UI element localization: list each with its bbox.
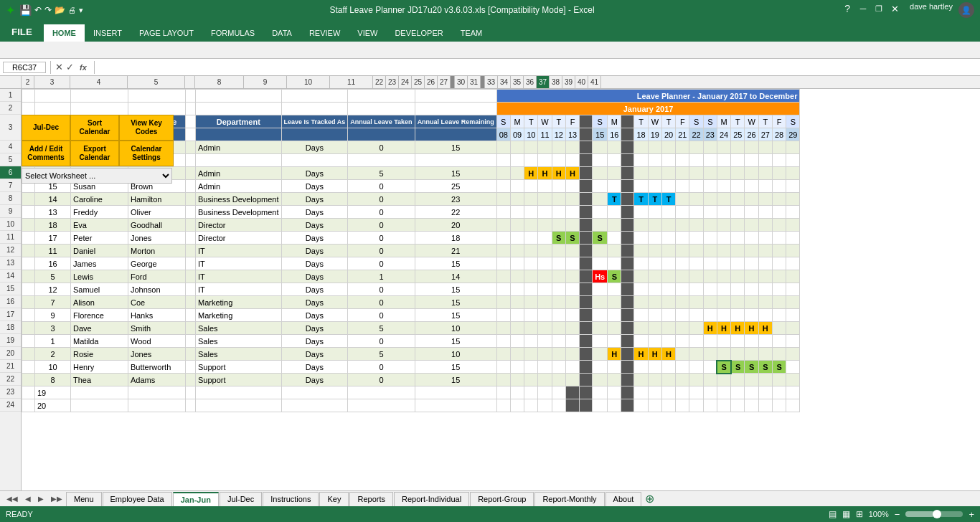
- row-header-16[interactable]: 16: [0, 295, 21, 308]
- row-header-7[interactable]: 7: [0, 179, 21, 192]
- customize-icon[interactable]: ▾: [79, 6, 83, 15]
- sheet-tab-report-monthly[interactable]: Report-Monthly: [534, 492, 604, 506]
- row-header-17[interactable]: 17: [0, 308, 21, 321]
- row-header-13[interactable]: 13: [0, 257, 21, 270]
- col-header-9[interactable]: 9: [244, 76, 287, 88]
- add-sheet-button[interactable]: ⊕: [645, 492, 654, 506]
- view-pagebreak-icon[interactable]: ⊞: [856, 509, 863, 519]
- col-header-38[interactable]: 38: [550, 76, 562, 88]
- view-layout-icon[interactable]: ▦: [842, 509, 850, 519]
- sheet-tab-jul-dec[interactable]: Jul-Dec: [220, 492, 262, 506]
- cancel-formula-icon[interactable]: ✕: [55, 62, 63, 72]
- col-header-8[interactable]: 8: [195, 76, 244, 88]
- tab-nav-right[interactable]: ▶▶: [47, 493, 66, 504]
- sheet-tab-about[interactable]: About: [606, 492, 642, 506]
- user-avatar[interactable]: 👤: [958, 2, 974, 18]
- row-header-24[interactable]: 24: [0, 399, 21, 412]
- col-header-39[interactable]: 39: [562, 76, 575, 88]
- col-header-11[interactable]: 11: [330, 76, 373, 88]
- tab-developer[interactable]: DEVELOPER: [386, 24, 451, 42]
- col-header-10[interactable]: 10: [287, 76, 330, 88]
- row-header-12[interactable]: 12: [0, 244, 21, 257]
- row-header-20[interactable]: 20: [0, 347, 21, 360]
- row-header-8[interactable]: 8: [0, 192, 21, 205]
- col-header-37[interactable]: 37: [537, 76, 550, 88]
- sheet-tab-report-individual[interactable]: Report-Individual: [394, 492, 469, 506]
- row-header-9[interactable]: 9: [0, 205, 21, 218]
- sort-calendar-button[interactable]: SortCalendar: [70, 115, 119, 141]
- row-header-11[interactable]: 11: [0, 231, 21, 244]
- row-header-22[interactable]: 22: [0, 373, 21, 386]
- formula-input[interactable]: [99, 62, 977, 72]
- col-header-40[interactable]: 40: [575, 76, 588, 88]
- zoom-in-icon[interactable]: +: [969, 509, 974, 520]
- row-header-10[interactable]: 10: [0, 218, 21, 231]
- zoom-slider[interactable]: [905, 511, 963, 517]
- view-normal-icon[interactable]: ▤: [829, 509, 837, 519]
- sheet-tab-jan-jun[interactable]: Jan-Jun: [173, 492, 219, 506]
- row-header-6[interactable]: 6: [0, 166, 21, 179]
- tab-review[interactable]: REVIEW: [301, 24, 349, 42]
- col-header-22[interactable]: 22: [373, 76, 386, 88]
- tab-home[interactable]: HOME: [44, 24, 85, 42]
- col-header-r[interactable]: [185, 76, 195, 88]
- sheet-tab-reports[interactable]: Reports: [349, 492, 393, 506]
- row-header-18[interactable]: 18: [0, 321, 21, 334]
- col-header-3[interactable]: 3: [34, 76, 70, 88]
- tab-formulas[interactable]: FORMULAS: [202, 24, 263, 42]
- sheet-tab-employee-data[interactable]: Employee Data: [103, 492, 172, 506]
- col-header-31[interactable]: 31: [468, 76, 481, 88]
- sheet-tab-menu[interactable]: Menu: [66, 492, 102, 506]
- row-header-2[interactable]: 2: [0, 102, 21, 115]
- export-calendar-button[interactable]: ExportCalendar: [70, 141, 119, 166]
- tab-nav-left[interactable]: ◀◀: [3, 493, 22, 504]
- col-header-23[interactable]: 23: [386, 76, 399, 88]
- col-header-4[interactable]: 4: [70, 76, 128, 88]
- tab-insert[interactable]: INSERT: [85, 24, 131, 42]
- close-button[interactable]: ✕: [888, 2, 901, 15]
- leave-cell-selected[interactable]: S: [717, 361, 730, 374]
- zoom-out-icon[interactable]: −: [895, 509, 900, 520]
- col-header-33[interactable]: 33: [485, 76, 498, 88]
- cell-reference[interactable]: [3, 62, 46, 73]
- tab-team[interactable]: TEAM: [452, 24, 491, 42]
- col-header-24[interactable]: 24: [399, 76, 412, 88]
- save-icon[interactable]: 💾: [19, 4, 32, 16]
- row-header-5[interactable]: 5: [0, 153, 21, 166]
- sheet-tab-report-group[interactable]: Report-Group: [470, 492, 534, 506]
- jul-dec-button[interactable]: Jul-Dec: [22, 115, 70, 141]
- col-header-35[interactable]: 35: [511, 76, 524, 88]
- row-header-4[interactable]: 4: [0, 141, 21, 153]
- row-header-23[interactable]: 23: [0, 386, 21, 399]
- row-header-15[interactable]: 15: [0, 283, 21, 295]
- col-header-41[interactable]: 41: [588, 76, 601, 88]
- row-header-19[interactable]: 19: [0, 334, 21, 347]
- open-icon[interactable]: 📂: [55, 5, 65, 15]
- calendar-settings-button[interactable]: CalendarSettings: [119, 141, 174, 166]
- row-header-1[interactable]: 1: [0, 89, 21, 102]
- tab-nav-next[interactable]: ▶: [34, 493, 47, 504]
- col-header-25[interactable]: 25: [412, 76, 425, 88]
- file-tab[interactable]: FILE: [0, 22, 44, 42]
- redo-icon[interactable]: ↷: [44, 5, 52, 15]
- tab-page-layout[interactable]: PAGE LAYOUT: [131, 24, 202, 42]
- col-header-27[interactable]: 27: [438, 76, 451, 88]
- undo-icon[interactable]: ↶: [34, 5, 42, 15]
- col-header-36[interactable]: 36: [524, 76, 537, 88]
- tab-data[interactable]: DATA: [263, 24, 301, 42]
- minimize-button[interactable]: ─: [857, 2, 870, 15]
- row-header-14[interactable]: 14: [0, 270, 21, 283]
- col-header-34[interactable]: 34: [498, 76, 511, 88]
- sheet-tab-key[interactable]: Key: [319, 492, 349, 506]
- col-header-26[interactable]: 26: [425, 76, 438, 88]
- tab-view[interactable]: VIEW: [349, 24, 386, 42]
- col-header-5[interactable]: 5: [128, 76, 185, 88]
- col-header-30[interactable]: 30: [455, 76, 468, 88]
- help-button[interactable]: ?: [841, 2, 854, 15]
- confirm-formula-icon[interactable]: ✓: [66, 62, 74, 72]
- view-key-codes-button[interactable]: View KeyCodes: [119, 115, 174, 141]
- row-header-3[interactable]: 3: [0, 115, 21, 141]
- add-edit-comments-button[interactable]: Add / EditComments: [22, 141, 70, 166]
- col-header-2[interactable]: 2: [22, 76, 34, 88]
- row-header-21[interactable]: 21: [0, 360, 21, 373]
